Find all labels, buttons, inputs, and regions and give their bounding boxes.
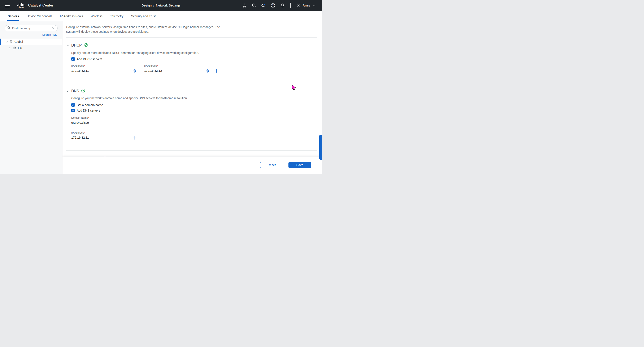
dhcp-ip-field-1: IP Address* <box>71 64 130 74</box>
chevron-right-icon[interactable] <box>8 47 11 50</box>
tab-ip-address-pools[interactable]: IP Address Pools <box>60 11 83 21</box>
area-buildings-icon <box>13 46 16 50</box>
search-help-link[interactable]: Search Help <box>42 33 57 36</box>
search-icon <box>7 26 10 30</box>
delete-dhcp-server-2-trash-icon[interactable] <box>206 69 210 73</box>
help-icon[interactable]: ? <box>271 3 275 8</box>
set-domain-name-checkbox-row[interactable]: Set a domain name <box>71 103 318 107</box>
header-actions: ? Anas <box>242 3 316 8</box>
dns-ip-input[interactable] <box>71 134 130 141</box>
tree-item-eu[interactable]: EU <box>0 45 62 51</box>
dns-valid-check-icon <box>81 89 85 94</box>
dns-collapse-chevron-icon[interactable] <box>66 90 69 93</box>
tree-item-global[interactable]: Global <box>0 38 62 45</box>
user-menu-chevron-down-icon <box>312 3 316 8</box>
set-domain-name-checkbox[interactable] <box>71 103 75 107</box>
add-dns-servers-checkbox-row[interactable]: Add DNS servers <box>71 108 318 112</box>
cisco-wordmark: cisco <box>18 6 24 8</box>
svg-text:?: ? <box>272 4 274 7</box>
tab-security-and-trust[interactable]: Security and Trust <box>131 11 156 21</box>
breadcrumb-page: Network Settings <box>156 4 180 7</box>
header-divider <box>290 3 290 8</box>
dns-section-title: DNS <box>71 89 79 93</box>
field-label: Domain Name* <box>71 116 130 119</box>
tab-device-credentials[interactable]: Device Credentials <box>26 11 52 21</box>
domain-name-input[interactable] <box>71 119 130 126</box>
dhcp-collapse-chevron-icon[interactable] <box>66 44 69 47</box>
add-dns-servers-label: Add DNS servers <box>77 109 100 112</box>
dhcp-servers-fields: IP Address* IP Address* <box>71 64 318 74</box>
user-name: Anas <box>303 4 310 7</box>
dhcp-valid-check-icon <box>84 43 88 48</box>
dns-ip-field: IP Address* <box>71 131 130 141</box>
breadcrumb-separator: / <box>153 4 154 7</box>
app-window: cisco Catalyst Center Design / Network S… <box>0 0 322 174</box>
cisco-logo-bars <box>17 3 24 6</box>
dns-domain-field-row: Domain Name* <box>71 116 318 126</box>
breadcrumb: Design / Network Settings <box>142 4 180 7</box>
hamburger-menu-icon[interactable] <box>5 4 10 7</box>
reset-button[interactable]: Reset <box>260 162 283 168</box>
add-dhcp-servers-checkbox-row[interactable]: Add DHCP servers <box>71 57 318 61</box>
chevron-down-icon[interactable] <box>5 40 8 43</box>
network-settings-main: Configure external network servers, assi… <box>62 22 322 174</box>
product-title: Catalyst Center <box>28 3 53 8</box>
favorites-star-icon[interactable] <box>242 3 247 8</box>
required-asterisk: * <box>84 131 85 134</box>
dhcp-ip-input-1[interactable] <box>71 67 130 74</box>
field-label: IP Address* <box>71 131 130 134</box>
search-icon[interactable] <box>252 3 256 8</box>
add-dhcp-servers-checkbox[interactable] <box>71 57 75 61</box>
field-label: IP Address* <box>71 64 130 67</box>
section-divider <box>66 37 318 38</box>
dhcp-ip-field-2: IP Address* <box>144 64 202 74</box>
action-footer: Reset Save <box>62 157 322 174</box>
dns-section-description: Configure your network's domain name and… <box>71 96 318 100</box>
dns-ip-field-row: IP Address* <box>71 131 318 141</box>
filter-funnel-icon[interactable] <box>52 26 55 30</box>
dhcp-section-title: DHCP <box>71 43 82 48</box>
breadcrumb-section[interactable]: Design <box>142 4 152 7</box>
search-help-link-row: Search Help <box>0 33 57 36</box>
set-domain-name-label: Set a domain name <box>77 103 103 107</box>
tree-item-label: EU <box>18 46 22 50</box>
add-dhcp-servers-label: Add DHCP servers <box>77 58 102 61</box>
top-header: cisco Catalyst Center Design / Network S… <box>0 0 322 11</box>
location-pin-icon <box>10 40 13 44</box>
add-dhcp-server-plus-icon[interactable] <box>214 69 218 73</box>
settings-tabbar: Servers Device Credentials IP Address Po… <box>0 11 322 22</box>
notifications-bell-icon[interactable] <box>280 3 285 8</box>
field-label: IP Address* <box>144 64 202 67</box>
add-dns-server-plus-icon[interactable] <box>132 136 137 140</box>
tab-wireless[interactable]: Wireless <box>91 11 102 21</box>
tab-telemetry[interactable]: Telemetry <box>110 11 124 21</box>
cisco-logo: cisco <box>17 3 24 8</box>
required-asterisk: * <box>157 64 158 67</box>
page-intro-text: Configure external network servers, assi… <box>66 25 226 34</box>
dhcp-section-description: Specify one or more dedicated DHCP serve… <box>71 51 318 54</box>
hierarchy-search-input[interactable] <box>12 27 50 30</box>
tab-servers[interactable]: Servers <box>8 11 19 21</box>
user-menu[interactable]: Anas <box>296 3 316 8</box>
page-scrollbar-thumb[interactable] <box>319 135 322 160</box>
user-avatar-icon <box>296 3 301 8</box>
tree-item-label: Global <box>14 40 23 44</box>
dhcp-ip-input-2[interactable] <box>144 67 202 74</box>
delete-dhcp-server-1-trash-icon[interactable] <box>132 69 137 73</box>
cloud-notification-dot <box>264 4 265 5</box>
domain-name-field: Domain Name* <box>71 116 130 126</box>
required-asterisk: * <box>88 116 89 119</box>
add-dns-servers-checkbox[interactable] <box>71 108 75 112</box>
cloud-status-icon[interactable] <box>261 3 266 8</box>
dhcp-section-header: DHCP <box>66 43 318 48</box>
dns-section-header: DNS <box>66 89 318 94</box>
content-scrollbar-thumb[interactable] <box>316 52 316 92</box>
site-hierarchy-sidebar: Search Help Global <box>0 22 62 174</box>
save-button[interactable]: Save <box>288 162 311 168</box>
site-tree: Global EU <box>0 38 62 51</box>
required-asterisk: * <box>84 64 85 67</box>
section-divider <box>66 150 318 150</box>
hierarchy-search-box[interactable] <box>4 25 58 31</box>
